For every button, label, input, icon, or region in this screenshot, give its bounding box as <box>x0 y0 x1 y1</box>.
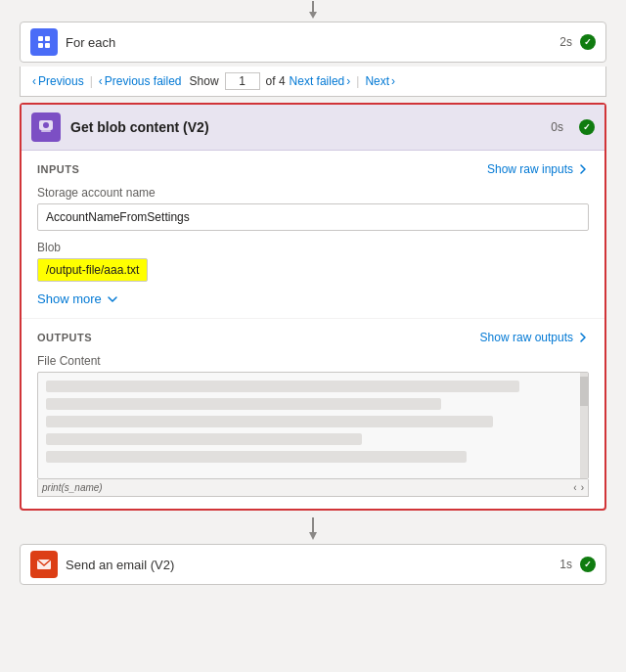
svg-marker-1 <box>309 12 317 19</box>
card-success-badge <box>579 119 595 135</box>
outputs-header: OUTPUTS Show raw outputs <box>37 331 589 344</box>
for-each-success-badge <box>580 34 596 50</box>
for-each-bar[interactable]: For each 2s <box>20 22 606 63</box>
storage-account-field: Storage account name AccountNameFromSett… <box>37 186 589 231</box>
file-content-label: File Content <box>37 354 589 368</box>
card-title: Get blob content (V2) <box>70 119 551 135</box>
show-raw-inputs-button[interactable]: Show raw inputs <box>487 162 589 176</box>
show-raw-outputs-button[interactable]: Show raw outputs <box>480 331 589 344</box>
svg-rect-4 <box>38 43 43 48</box>
top-connector-arrow <box>305 0 321 22</box>
storage-account-label: Storage account name <box>37 186 589 200</box>
inputs-section: INPUTS Show raw inputs Storage account n… <box>22 151 604 319</box>
vertical-scrollbar[interactable] <box>580 373 588 478</box>
scroll-arrows: ‹ › <box>573 482 584 493</box>
nav-separator-2: | <box>356 74 359 88</box>
send-email-title: Send an email (V2) <box>66 558 559 572</box>
blob-value: /output-file/aaa.txt <box>37 258 148 282</box>
page-input[interactable] <box>225 72 260 90</box>
blob-icon <box>31 112 61 142</box>
send-email-icon <box>30 551 58 578</box>
for-each-title: For each <box>66 35 559 50</box>
card-duration: 0s <box>551 120 563 134</box>
scroll-left-arrow[interactable]: ‹ <box>573 482 576 493</box>
page-wrapper: For each 2s ‹ Previous | ‹ Previous fail… <box>0 0 626 605</box>
scroll-right-arrow[interactable]: › <box>581 482 584 493</box>
send-email-success-badge <box>580 557 596 572</box>
horizontal-scroll-bar[interactable]: print(s_name) ‹ › <box>37 479 589 497</box>
for-each-duration: 2s <box>559 35 572 49</box>
mid-connector-arrow <box>305 516 321 544</box>
of-label: of 4 <box>266 74 286 88</box>
scrollbar-thumb <box>580 377 588 406</box>
send-email-bar[interactable]: Send an email (V2) 1s <box>20 544 606 585</box>
navigation-bar: ‹ Previous | ‹ Previous failed Show of 4… <box>20 67 606 97</box>
main-card: Get blob content (V2) 0s INPUTS Show raw… <box>20 103 606 511</box>
next-failed-button[interactable]: Next failed › <box>290 74 351 88</box>
blob-field: Blob /output-file/aaa.txt <box>37 241 589 282</box>
inputs-title: INPUTS <box>37 163 79 175</box>
scroll-preview-text: print(s_name) <box>42 482 103 493</box>
outputs-section: OUTPUTS Show raw outputs File Content <box>22 319 604 509</box>
send-email-duration: 1s <box>559 558 572 571</box>
for-each-icon <box>30 28 58 56</box>
previous-failed-button[interactable]: ‹ Previous failed <box>99 74 182 88</box>
file-content-area[interactable] <box>37 372 589 479</box>
inputs-header: INPUTS Show raw inputs <box>37 162 589 176</box>
svg-rect-3 <box>45 36 50 41</box>
show-label: Show <box>190 74 219 88</box>
storage-account-value: AccountNameFromSettings <box>37 203 589 231</box>
svg-rect-2 <box>38 36 43 41</box>
svg-rect-5 <box>45 43 50 48</box>
svg-rect-7 <box>41 130 51 132</box>
next-button[interactable]: Next › <box>365 74 395 88</box>
previous-button[interactable]: ‹ Previous <box>32 74 84 88</box>
nav-separator-1: | <box>90 74 93 88</box>
outputs-title: OUTPUTS <box>37 332 92 343</box>
blob-label: Blob <box>37 241 589 254</box>
show-more-button[interactable]: Show more <box>37 291 589 306</box>
card-header: Get blob content (V2) 0s <box>22 105 604 151</box>
svg-marker-10 <box>309 532 317 540</box>
svg-point-8 <box>43 122 49 128</box>
